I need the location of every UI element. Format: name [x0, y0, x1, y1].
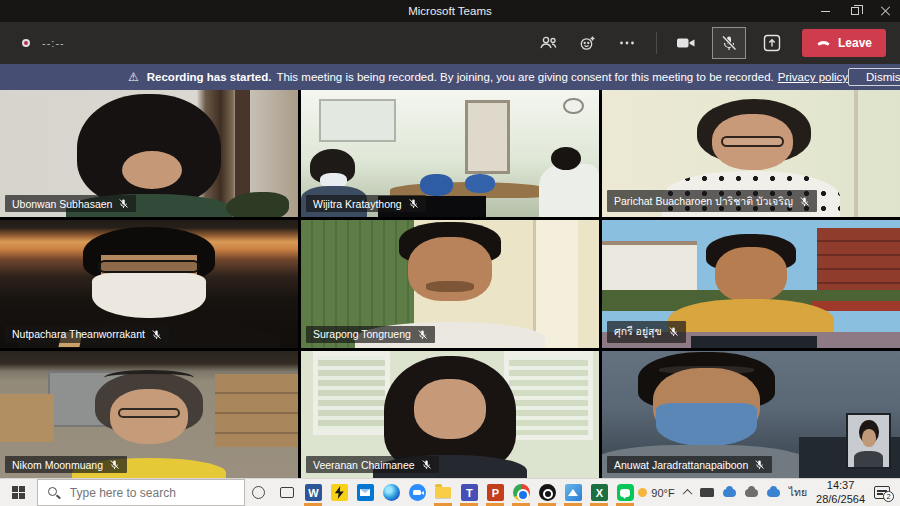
- share-button[interactable]: [759, 28, 785, 58]
- restore-button[interactable]: [840, 0, 870, 22]
- touch-keyboard-icon[interactable]: [700, 488, 714, 497]
- hidden-icons-chevron[interactable]: [682, 489, 692, 499]
- cloud-icon[interactable]: [723, 489, 736, 497]
- participants-button[interactable]: [536, 28, 562, 58]
- participant-glasses: [721, 136, 784, 147]
- task-view-icon: [280, 487, 294, 498]
- taskbar-recorder[interactable]: [534, 479, 560, 506]
- taskbar-mail[interactable]: [352, 479, 378, 506]
- taskbar-powerpoint[interactable]: P: [482, 479, 508, 506]
- dismiss-button[interactable]: Dismiss: [848, 68, 900, 86]
- system-tray: 90°F ไทย 14:37 28/6/2564 2: [638, 479, 900, 506]
- video-tile-4[interactable]: Nutpachara Theanworrakant: [0, 220, 298, 347]
- taskbar-edge[interactable]: [378, 479, 404, 506]
- scene-shape: [226, 192, 289, 217]
- name-tag: Nikom Moonmuang: [5, 456, 127, 473]
- weather-icon: [638, 488, 647, 497]
- action-center-button[interactable]: 2: [874, 486, 890, 499]
- cloud-icon[interactable]: [767, 489, 780, 497]
- line-icon: [617, 484, 634, 501]
- scene-shape: [602, 241, 697, 292]
- participant-name: Parichat Buacharoen ปาริชาติ บัวเจริญ: [614, 193, 793, 210]
- taskbar-search[interactable]: [37, 479, 245, 506]
- muted-mic-icon: [118, 198, 129, 209]
- video-tile-9[interactable]: Anuwat Jaradrattanapaiboon: [602, 351, 900, 478]
- meeting-timer: --:--: [42, 37, 65, 49]
- video-grid: Ubonwan Subhasaen Wijitra Krataythong: [0, 90, 900, 478]
- clock-time: 14:37: [816, 479, 865, 492]
- scene-shape: [319, 99, 396, 142]
- taskbar-lightning-app[interactable]: [326, 479, 352, 506]
- folder-icon: [435, 487, 451, 498]
- video-tile-7[interactable]: Nikom Moonmuang: [0, 351, 298, 478]
- recording-dot-icon: [22, 39, 30, 47]
- video-tile-2[interactable]: Wijitra Krataythong: [301, 90, 599, 217]
- meeting-toolbar: --:--: [0, 22, 900, 64]
- muted-mic-icon: [109, 459, 120, 470]
- taskbar-clock[interactable]: 14:37 28/6/2564: [816, 479, 865, 505]
- toolbar-divider: [656, 32, 657, 54]
- taskbar-teams[interactable]: T: [456, 479, 482, 506]
- video-tile-8[interactable]: Veeranan Chaimanee: [301, 351, 599, 478]
- participant-name: Ubonwan Subhasaen: [12, 198, 112, 210]
- leave-button[interactable]: Leave: [802, 29, 886, 57]
- taskbar-photos[interactable]: [560, 479, 586, 506]
- participant-face: [122, 151, 182, 189]
- close-button[interactable]: [870, 0, 900, 22]
- muted-mic-icon: [799, 196, 810, 207]
- taskbar-chrome[interactable]: [508, 479, 534, 506]
- cortana-icon: [252, 486, 265, 499]
- people-icon: [538, 33, 559, 53]
- more-options-button[interactable]: [614, 28, 640, 58]
- reactions-button[interactable]: [575, 28, 601, 58]
- taskbar-file-explorer[interactable]: [430, 479, 456, 506]
- recording-banner: ⚠ Recording has started. This meeting is…: [0, 64, 900, 90]
- name-tag: Parichat Buacharoen ปาริชาติ บัวเจริญ: [607, 190, 817, 212]
- muted-mic-icon: [417, 329, 428, 340]
- taskbar-zoom[interactable]: [404, 479, 430, 506]
- muted-mic-icon: [668, 326, 679, 337]
- microphone-button-muted[interactable]: [712, 27, 746, 59]
- name-tag: Wijitra Krataythong: [306, 195, 426, 212]
- participant-glasses: [98, 260, 199, 273]
- windows-logo-icon: [12, 486, 25, 499]
- leave-label: Leave: [838, 36, 872, 50]
- taskbar-excel[interactable]: X: [586, 479, 612, 506]
- onedrive-sync-icon[interactable]: [745, 489, 758, 497]
- scene-shape: [846, 413, 891, 469]
- participant-mask: [656, 403, 757, 446]
- video-tile-1[interactable]: Ubonwan Subhasaen: [0, 90, 298, 217]
- video-tile-5[interactable]: Surapong Tongrueng: [301, 220, 599, 347]
- mail-icon: [357, 484, 374, 501]
- name-tag: Anuwat Jaradrattanapaiboon: [607, 456, 772, 473]
- banner-title: Recording has started.: [147, 71, 272, 83]
- taskbar-word[interactable]: W: [300, 479, 326, 506]
- name-tag: Surapong Tongrueng: [306, 326, 435, 343]
- edge-icon: [383, 484, 400, 501]
- taskbar-apps: W T P X: [300, 479, 638, 506]
- participant-name: Anuwat Jaradrattanapaiboon: [614, 459, 748, 471]
- scene-shape: [691, 336, 816, 347]
- cortana-button[interactable]: [245, 479, 273, 506]
- window-controls: [810, 0, 900, 22]
- minimize-button[interactable]: [810, 0, 840, 22]
- task-view-button[interactable]: [273, 479, 301, 506]
- chrome-icon: [513, 484, 530, 501]
- taskbar-line[interactable]: [612, 479, 638, 506]
- video-tile-3[interactable]: Parichat Buacharoen ปาริชาติ บัวเจริญ: [602, 90, 900, 217]
- teams-icon: T: [461, 484, 478, 501]
- excel-icon: X: [591, 484, 608, 501]
- window-title: Microsoft Teams: [408, 5, 492, 17]
- muted-mic-icon: [421, 459, 432, 470]
- scene-shape: [854, 451, 882, 467]
- privacy-policy-link[interactable]: Privacy policy: [778, 71, 848, 83]
- camera-button[interactable]: [673, 28, 699, 58]
- video-tile-6[interactable]: ศุกรี อยู่สุข: [602, 220, 900, 347]
- participant-name: Surapong Tongrueng: [313, 328, 411, 340]
- weather-widget[interactable]: 90°F: [638, 487, 674, 499]
- language-indicator[interactable]: ไทย: [789, 484, 807, 501]
- search-input[interactable]: [38, 480, 244, 505]
- start-button[interactable]: [0, 479, 37, 506]
- scene-shape: [465, 100, 510, 174]
- name-tag: Veeranan Chaimanee: [306, 456, 439, 473]
